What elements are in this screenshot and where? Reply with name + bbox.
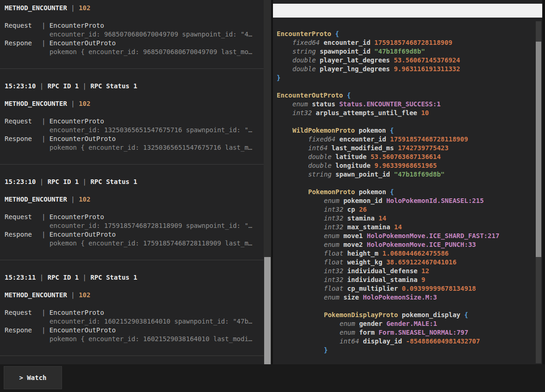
log-response-line: Respone| EncounterOutProto [5, 39, 259, 48]
log-entry[interactable]: 15:23:10 | RPC ID 1 | RPC Status 1METHOD… [0, 165, 264, 260]
watch-button[interactable]: > Watch [4, 366, 62, 389]
log-entry-timestamp: 15:23:11 | RPC ID 1 | RPC Status 1 [5, 273, 259, 282]
code-line: WildPokemonProto pokemon { [277, 126, 534, 135]
code-line: int32 cp 26 [277, 205, 534, 214]
log-response-line: Respone| EncounterOutProto [5, 135, 259, 143]
log-response-detail: pokemon { encounter_id: 9685070680670049… [5, 48, 259, 56]
code-line: enum form Form.SNEASEL_NORMAL:797 [277, 328, 534, 337]
log-entry-method: METHOD_ENCOUNTER | 102 [5, 4, 259, 12]
code-line: fixed64 encounter_id 1759185746872811890… [277, 38, 534, 47]
code-line: float height_m 1.068044662475586 [277, 249, 534, 258]
log-entry-method: METHOD_ENCOUNTER | 102 [5, 99, 259, 108]
code-line: } [277, 74, 534, 82]
log-request-detail: encounter_id: 17591857468728118909 spawn… [5, 221, 259, 230]
code-line: enum status Status.ENCOUNTER_SUCCESS:1 [277, 100, 534, 109]
code-line: string spawn_point_id "47b18f69d8b" [277, 170, 534, 179]
code-line: EncounterOutProto { [277, 91, 534, 100]
rpc-log-list: METHOD_ENCOUNTER | 102Request| Encounter… [0, 0, 264, 356]
log-request-line: Request| EncounterProto [5, 117, 259, 126]
log-request-line: Request| EncounterProto [5, 308, 259, 317]
code-line: int32 stamina 14 [277, 214, 534, 223]
code-line: float weight_kg 38.659122467041016 [277, 258, 534, 267]
log-entry-method: METHOD_ENCOUNTER | 102 [5, 291, 259, 300]
log-entry[interactable]: METHOD_ENCOUNTER | 102Request| Encounter… [0, 0, 264, 69]
log-response-detail: pokemon { encounter_id: 1759185746872811… [5, 239, 259, 248]
code-line [277, 117, 534, 126]
log-request-detail: encounter_id: 9685070680670049709 spawnp… [5, 30, 259, 39]
code-line: enum pokemon_id HoloPokemonId.SNEASEL:21… [277, 196, 534, 205]
log-response-line: Respone| EncounterOutProto [5, 326, 259, 335]
log-response-detail: pokemon { encounter_id: 1602152903816401… [5, 335, 259, 343]
code-line: enum move2 HoloPokemonMove.ICE_PUNCH:33 [277, 240, 534, 249]
code-line: int64 display_id -854886604981432707 [277, 337, 534, 346]
log-response-line: Respone| EncounterOutProto [5, 230, 259, 239]
code-line: PokemonProto pokemon { [277, 188, 534, 196]
bottom-bar: > Watch [0, 364, 545, 392]
log-scrollbar[interactable] [264, 0, 271, 364]
log-request-line: Request| EncounterProto [5, 213, 259, 221]
log-entry[interactable]: 15:23:10 | RPC ID 1 | RPC Status 1METHOD… [0, 69, 264, 165]
code-line: int32 arplus_attempts_until_flee 10 [277, 109, 534, 117]
code-line: double longitude 9.96339968651965 [277, 161, 534, 170]
code-line: int32 individual_defense 12 [277, 267, 534, 276]
log-request-detail: encounter_id: 16021529038164010 spawnpoi… [5, 317, 259, 326]
rpc-log-panel[interactable]: METHOD_ENCOUNTER | 102Request| Encounter… [0, 0, 264, 364]
code-line: float cp_multiplier 0.09399999678134918 [277, 284, 534, 293]
detail-scrollbar[interactable] [536, 21, 541, 363]
code-line: int32 max_stamina 14 [277, 223, 534, 232]
code-line: string spawnpoint_id "47b18f69d8b" [277, 47, 534, 56]
code-line: int64 last_modified_ms 1742739775423 [277, 144, 534, 153]
code-line: EncounterProto { [277, 30, 534, 38]
code-line: fixed64 encounter_id 1759185746872811890… [277, 135, 534, 144]
log-entry-timestamp: 15:23:10 | RPC ID 1 | RPC Status 1 [5, 178, 259, 186]
code-line: double latitude 53.560763687136614 [277, 153, 534, 161]
code-line: double player_lng_degrees 9.963116191311… [277, 65, 534, 74]
log-entry[interactable]: 15:23:11 | RPC ID 1 | RPC Status 1METHOD… [0, 260, 264, 356]
code-line: } [277, 346, 534, 355]
code-line: PokemonDisplayProto pokemon_display { [277, 311, 534, 319]
proto-detail-code: EncounterProto {fixed64 encounter_id 175… [277, 30, 534, 364]
code-line: double player_lat_degrees 53.56067145376… [277, 56, 534, 65]
log-entry-timestamp: 15:23:10 | RPC ID 1 | RPC Status 1 [5, 82, 259, 91]
log-response-detail: pokemon { encounter_id: 1325036565154767… [5, 143, 259, 152]
detail-scrollbar-thumb[interactable] [536, 42, 541, 257]
log-request-line: Request| EncounterProto [5, 21, 259, 30]
log-scrollbar-thumb[interactable] [264, 257, 271, 365]
code-line [277, 302, 534, 311]
code-line: enum size HoloPokemonSize.M:3 [277, 293, 534, 302]
detail-toolbar[interactable] [273, 4, 542, 18]
log-entry-method: METHOD_ENCOUNTER | 102 [5, 195, 259, 204]
code-line [277, 82, 534, 91]
detail-panel: EncounterProto {fixed64 encounter_id 175… [273, 0, 542, 364]
log-request-detail: encounter_id: 13250365651547675716 spawn… [5, 126, 259, 135]
code-line: int32 individual_stamina 9 [277, 276, 534, 284]
code-line: enum gender Gender.MALE:1 [277, 319, 534, 328]
code-line [277, 179, 534, 188]
code-line: enum move1 HoloPokemonMove.ICE_SHARD_FAS… [277, 232, 534, 240]
